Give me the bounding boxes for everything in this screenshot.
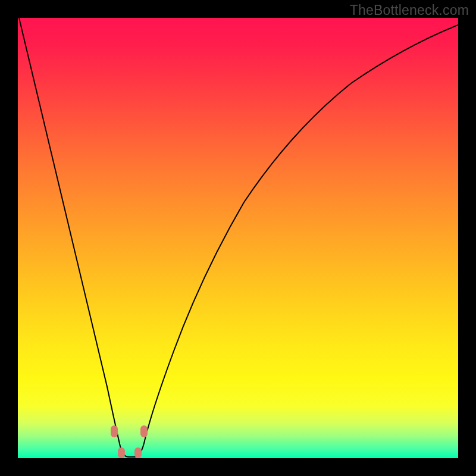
curve-marker — [140, 425, 148, 437]
curve-marker — [111, 425, 118, 437]
curve-marker — [134, 447, 142, 458]
curve-path — [19, 18, 458, 457]
bottleneck-curve — [18, 18, 458, 458]
chart-plot-area — [18, 18, 458, 458]
watermark-text: TheBottleneck.com — [350, 2, 469, 18]
curve-marker — [118, 447, 125, 458]
